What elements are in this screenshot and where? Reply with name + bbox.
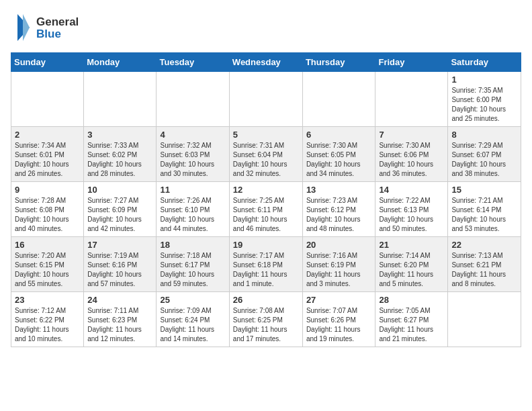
day-number: 21: [379, 240, 444, 250]
logo: General Blue: [11, 11, 98, 47]
calendar-cell: 4Sunrise: 7:32 AM Sunset: 6:03 PM Daylig…: [157, 127, 229, 182]
day-info: Sunrise: 7:13 AM Sunset: 6:21 PM Dayligh…: [451, 251, 517, 289]
calendar-cell: 11Sunrise: 7:26 AM Sunset: 6:10 PM Dayli…: [157, 182, 229, 237]
day-info: Sunrise: 7:23 AM Sunset: 6:12 PM Dayligh…: [306, 196, 372, 234]
calendar-cell: [448, 292, 521, 347]
day-info: Sunrise: 7:35 AM Sunset: 6:00 PM Dayligh…: [451, 86, 517, 124]
day-number: 23: [15, 295, 80, 305]
svg-marker-3: [23, 14, 30, 41]
day-info: Sunrise: 7:09 AM Sunset: 6:24 PM Dayligh…: [160, 306, 225, 344]
day-number: 22: [451, 240, 517, 250]
calendar-cell: 16Sunrise: 7:20 AM Sunset: 6:15 PM Dayli…: [11, 237, 84, 292]
day-number: 24: [87, 295, 152, 305]
calendar-cell: 19Sunrise: 7:17 AM Sunset: 6:18 PM Dayli…: [229, 237, 302, 292]
day-info: Sunrise: 7:26 AM Sunset: 6:10 PM Dayligh…: [160, 196, 225, 234]
calendar-cell: 18Sunrise: 7:18 AM Sunset: 6:17 PM Dayli…: [157, 237, 229, 292]
weekday-header-wednesday: Wednesday: [229, 53, 302, 72]
day-number: 2: [15, 130, 80, 140]
calendar-cell: 3Sunrise: 7:33 AM Sunset: 6:02 PM Daylig…: [84, 127, 157, 182]
day-info: Sunrise: 7:05 AM Sunset: 6:27 PM Dayligh…: [379, 306, 444, 344]
day-info: Sunrise: 7:14 AM Sunset: 6:20 PM Dayligh…: [379, 251, 444, 289]
calendar-cell: 20Sunrise: 7:16 AM Sunset: 6:19 PM Dayli…: [302, 237, 375, 292]
calendar-cell: 5Sunrise: 7:31 AM Sunset: 6:04 PM Daylig…: [229, 127, 302, 182]
calendar-cell: [157, 72, 229, 127]
svg-text:Blue: Blue: [36, 28, 61, 40]
weekday-header-sunday: Sunday: [11, 53, 84, 72]
day-info: Sunrise: 7:20 AM Sunset: 6:15 PM Dayligh…: [15, 251, 80, 289]
day-info: Sunrise: 7:11 AM Sunset: 6:23 PM Dayligh…: [87, 306, 152, 344]
day-number: 12: [233, 185, 299, 195]
calendar-week-1: 1Sunrise: 7:35 AM Sunset: 6:00 PM Daylig…: [11, 72, 521, 127]
day-number: 13: [306, 185, 372, 195]
calendar-cell: [302, 72, 375, 127]
day-info: Sunrise: 7:19 AM Sunset: 6:16 PM Dayligh…: [87, 251, 152, 289]
calendar-cell: 28Sunrise: 7:05 AM Sunset: 6:27 PM Dayli…: [375, 292, 448, 347]
day-info: Sunrise: 7:32 AM Sunset: 6:03 PM Dayligh…: [160, 141, 225, 179]
calendar-cell: 14Sunrise: 7:22 AM Sunset: 6:13 PM Dayli…: [375, 182, 448, 237]
calendar-week-4: 16Sunrise: 7:20 AM Sunset: 6:15 PM Dayli…: [11, 237, 521, 292]
calendar-cell: 6Sunrise: 7:30 AM Sunset: 6:05 PM Daylig…: [302, 127, 375, 182]
day-info: Sunrise: 7:31 AM Sunset: 6:04 PM Dayligh…: [233, 141, 299, 179]
day-number: 6: [306, 130, 372, 140]
calendar-cell: 25Sunrise: 7:09 AM Sunset: 6:24 PM Dayli…: [157, 292, 229, 347]
page-container: General Blue SundayMondayTuesdayWednesda…: [0, 0, 532, 353]
day-number: 14: [379, 185, 444, 195]
day-info: Sunrise: 7:29 AM Sunset: 6:07 PM Dayligh…: [451, 141, 517, 179]
day-number: 3: [87, 130, 152, 140]
calendar-cell: 22Sunrise: 7:13 AM Sunset: 6:21 PM Dayli…: [448, 237, 521, 292]
day-number: 25: [160, 295, 225, 305]
day-number: 19: [233, 240, 299, 250]
day-info: Sunrise: 7:21 AM Sunset: 6:14 PM Dayligh…: [451, 196, 517, 234]
calendar-cell: [375, 72, 448, 127]
calendar-cell: 24Sunrise: 7:11 AM Sunset: 6:23 PM Dayli…: [84, 292, 157, 347]
day-number: 26: [233, 295, 299, 305]
calendar-week-5: 23Sunrise: 7:12 AM Sunset: 6:22 PM Dayli…: [11, 292, 521, 347]
day-info: Sunrise: 7:16 AM Sunset: 6:19 PM Dayligh…: [306, 251, 372, 289]
logo-text: General Blue: [11, 11, 98, 47]
day-number: 1: [451, 75, 517, 85]
weekday-header-thursday: Thursday: [302, 53, 375, 72]
day-number: 9: [15, 185, 80, 195]
calendar-cell: 26Sunrise: 7:08 AM Sunset: 6:25 PM Dayli…: [229, 292, 302, 347]
calendar-header-row: SundayMondayTuesdayWednesdayThursdayFrid…: [11, 53, 521, 72]
day-info: Sunrise: 7:07 AM Sunset: 6:26 PM Dayligh…: [306, 306, 372, 344]
day-number: 15: [451, 185, 517, 195]
day-info: Sunrise: 7:18 AM Sunset: 6:17 PM Dayligh…: [160, 251, 225, 289]
day-info: Sunrise: 7:30 AM Sunset: 6:05 PM Dayligh…: [306, 141, 372, 179]
calendar-cell: 12Sunrise: 7:25 AM Sunset: 6:11 PM Dayli…: [229, 182, 302, 237]
calendar-cell: 8Sunrise: 7:29 AM Sunset: 6:07 PM Daylig…: [448, 127, 521, 182]
day-number: 11: [160, 185, 225, 195]
calendar-cell: 17Sunrise: 7:19 AM Sunset: 6:16 PM Dayli…: [84, 237, 157, 292]
calendar-cell: 9Sunrise: 7:28 AM Sunset: 6:08 PM Daylig…: [11, 182, 84, 237]
day-number: 17: [87, 240, 152, 250]
day-number: 7: [379, 130, 444, 140]
day-info: Sunrise: 7:08 AM Sunset: 6:25 PM Dayligh…: [233, 306, 299, 344]
day-info: Sunrise: 7:12 AM Sunset: 6:22 PM Dayligh…: [15, 306, 80, 344]
day-info: Sunrise: 7:17 AM Sunset: 6:18 PM Dayligh…: [233, 251, 299, 289]
day-info: Sunrise: 7:27 AM Sunset: 6:09 PM Dayligh…: [87, 196, 152, 234]
day-info: Sunrise: 7:33 AM Sunset: 6:02 PM Dayligh…: [87, 141, 152, 179]
day-number: 5: [233, 130, 299, 140]
calendar-cell: 15Sunrise: 7:21 AM Sunset: 6:14 PM Dayli…: [448, 182, 521, 237]
calendar-cell: [229, 72, 302, 127]
day-number: 16: [15, 240, 80, 250]
calendar-cell: 23Sunrise: 7:12 AM Sunset: 6:22 PM Dayli…: [11, 292, 84, 347]
weekday-header-friday: Friday: [375, 53, 448, 72]
calendar-cell: 2Sunrise: 7:34 AM Sunset: 6:01 PM Daylig…: [11, 127, 84, 182]
day-number: 4: [160, 130, 225, 140]
calendar-cell: 1Sunrise: 7:35 AM Sunset: 6:00 PM Daylig…: [448, 72, 521, 127]
calendar-cell: 7Sunrise: 7:30 AM Sunset: 6:06 PM Daylig…: [375, 127, 448, 182]
day-number: 18: [160, 240, 225, 250]
day-number: 20: [306, 240, 372, 250]
day-number: 10: [87, 185, 152, 195]
header: General Blue: [11, 11, 521, 47]
weekday-header-tuesday: Tuesday: [157, 53, 229, 72]
calendar-cell: 27Sunrise: 7:07 AM Sunset: 6:26 PM Dayli…: [302, 292, 375, 347]
svg-text:General: General: [36, 15, 79, 28]
calendar-week-2: 2Sunrise: 7:34 AM Sunset: 6:01 PM Daylig…: [11, 127, 521, 182]
day-info: Sunrise: 7:22 AM Sunset: 6:13 PM Dayligh…: [379, 196, 444, 234]
day-info: Sunrise: 7:25 AM Sunset: 6:11 PM Dayligh…: [233, 196, 299, 234]
weekday-header-saturday: Saturday: [448, 53, 521, 72]
day-info: Sunrise: 7:28 AM Sunset: 6:08 PM Dayligh…: [15, 196, 80, 234]
calendar-table: SundayMondayTuesdayWednesdayThursdayFrid…: [11, 52, 521, 347]
